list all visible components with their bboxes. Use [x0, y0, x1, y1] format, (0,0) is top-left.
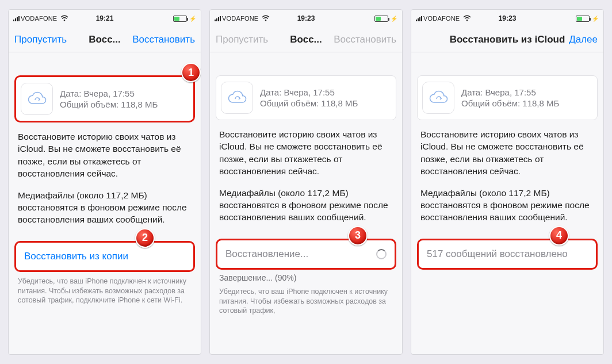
restore-from-backup-row[interactable]: Восстановить из копии: [14, 241, 195, 272]
status-bar: VODAFONE 19:21 ⚡: [9, 10, 201, 27]
nav-skip-button[interactable]: Пропустить: [14, 34, 67, 45]
backup-size: Общий объём: 118,8 МБ: [60, 99, 158, 110]
progress-text: Завершение... (90%): [210, 270, 402, 282]
footer-note: Убедитесь, что ваш iPhone подключен к ис…: [210, 282, 402, 316]
nav-skip-button: Пропустить: [216, 34, 268, 45]
wifi-icon: [463, 15, 471, 22]
backup-size: Общий объём: 118,8 МБ: [461, 98, 559, 109]
phone-screen-2: VODAFONE 19:23 ⚡ Пропустить Восс... Восс…: [209, 9, 403, 355]
nav-restore-button: Восстановить: [334, 34, 396, 45]
nav-restore-button[interactable]: Восстановить: [132, 34, 195, 45]
body-text: Восстановите историю своих чатов из iClo…: [411, 120, 603, 224]
battery-icon: [374, 16, 388, 22]
nav-bar: Восстановить из iCloud Далее: [411, 27, 603, 52]
backup-date: Дата: Вчера, 17:55: [260, 87, 358, 98]
restore-label: Восстановить из копии: [24, 251, 128, 262]
icloud-backup-icon: [221, 82, 253, 114]
nav-bar: Пропустить Восс... Восстановить: [9, 27, 201, 52]
wifi-icon: [60, 15, 68, 22]
battery-icon: [173, 16, 187, 22]
backup-date: Дата: Вчера, 17:55: [461, 87, 559, 98]
backup-size: Общий объём: 118,8 МБ: [260, 98, 358, 109]
footer-note: Убедитесь, что ваш iPhone подключен к ис…: [9, 272, 201, 306]
backup-date: Дата: Вчера, 17:55: [60, 88, 158, 99]
backup-card[interactable]: Дата: Вчера, 17:55 Общий объём: 118,8 МБ: [216, 75, 396, 120]
wifi-icon: [262, 15, 270, 22]
step-badge-2: 2: [135, 228, 155, 248]
step-badge-3: 3: [348, 226, 368, 246]
restoring-row: Восстановление...: [216, 239, 396, 270]
charging-icon: ⚡: [592, 16, 599, 22]
status-bar: VODAFONE 19:23 ⚡: [210, 10, 402, 27]
charging-icon: ⚡: [391, 16, 397, 22]
signal-icon: [13, 16, 20, 21]
battery-icon: [576, 16, 590, 22]
nav-bar: Пропустить Восс... Восстановить: [210, 27, 402, 52]
carrier-label: VODAFONE: [222, 15, 258, 22]
restoring-label: Восстановление...: [225, 248, 308, 260]
icloud-backup-icon: [21, 83, 53, 115]
spinner-icon: [376, 249, 387, 259]
charging-icon: ⚡: [189, 16, 196, 22]
phone-screen-1: VODAFONE 19:21 ⚡ Пропустить Восс... Восс…: [8, 9, 201, 355]
signal-icon: [215, 16, 221, 21]
phone-screen-3: VODAFONE 19:23 ⚡ Восстановить из iCloud …: [411, 9, 604, 355]
backup-card[interactable]: Дата: Вчера, 17:55 Общий объём: 118,8 МБ: [14, 75, 195, 122]
restored-count-label: 517 сообщений восстановлено: [427, 248, 568, 260]
restored-count-row: 517 сообщений восстановлено: [417, 239, 598, 270]
icloud-backup-icon: [422, 82, 454, 114]
status-bar: VODAFONE 19:23 ⚡: [411, 10, 603, 27]
signal-icon: [416, 16, 422, 21]
nav-next-button[interactable]: Далее: [569, 34, 598, 45]
body-text: Восстановите историю своих чатов из iClo…: [210, 120, 402, 224]
step-badge-1: 1: [181, 63, 201, 82]
body-text: Восстановите историю своих чатов из iClo…: [9, 122, 201, 226]
carrier-label: VODAFONE: [21, 15, 57, 22]
backup-card[interactable]: Дата: Вчера, 17:55 Общий объём: 118,8 МБ: [417, 75, 598, 120]
step-badge-4: 4: [549, 226, 569, 246]
carrier-label: VODAFONE: [423, 15, 460, 22]
